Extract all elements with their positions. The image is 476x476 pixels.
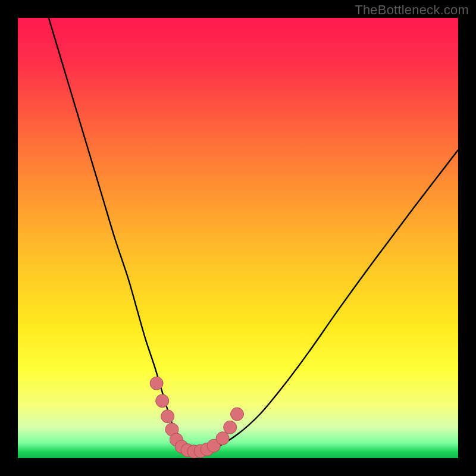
marker-dot bbox=[216, 432, 229, 445]
highlight-markers bbox=[150, 377, 243, 458]
marker-dot bbox=[224, 421, 237, 434]
marker-dot bbox=[156, 394, 169, 408]
marker-dot bbox=[161, 410, 174, 423]
bottleneck-curve bbox=[49, 18, 458, 452]
chart-frame: TheBottleneck.com bbox=[0, 0, 476, 476]
curve-layer bbox=[18, 18, 458, 458]
plot-area bbox=[18, 18, 458, 458]
watermark-text: TheBottleneck.com bbox=[355, 2, 469, 18]
marker-dot bbox=[231, 408, 244, 421]
marker-dot bbox=[150, 377, 163, 390]
